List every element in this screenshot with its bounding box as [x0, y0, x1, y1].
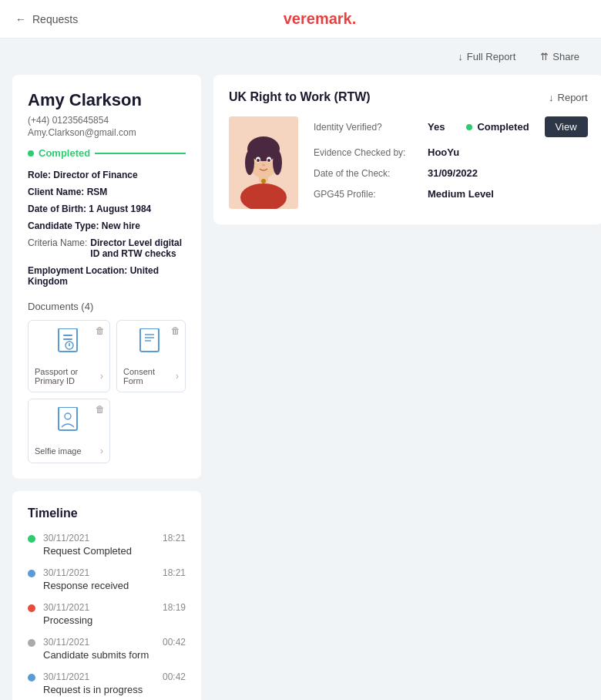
timeline-item: 30/11/2021 18:21 Response received	[28, 567, 186, 591]
view-button[interactable]: View	[545, 116, 588, 137]
timeline-dot-icon	[28, 674, 35, 681]
svg-point-5	[69, 345, 70, 346]
status-dot-icon	[466, 124, 472, 130]
candidate-avatar	[229, 116, 298, 209]
employment-row: Employment Location: United Kingdom	[28, 265, 186, 287]
status-line	[95, 153, 186, 154]
doc-label-passport: Passport or Primary ID ›	[35, 367, 103, 385]
doc-label-consent: Consent Form ›	[123, 367, 179, 385]
timeline-dot-icon	[28, 535, 35, 543]
doc-arrow-icon: ›	[176, 371, 179, 382]
doc-arrow-icon: ›	[100, 371, 103, 382]
timeline-label: Processing	[43, 614, 186, 626]
timeline-item: 30/11/2021 00:42 Request is in progress	[28, 671, 186, 695]
svg-point-23	[262, 164, 265, 167]
timeline-list: 30/11/2021 18:21 Request Completed 30/11…	[28, 533, 186, 700]
evidence-row: Evidence Checked by: HooYu	[314, 146, 588, 158]
rtw-status: Completed	[466, 121, 529, 133]
doc-file-icon	[57, 328, 82, 363]
svg-rect-6	[140, 328, 159, 352]
svg-point-17	[245, 150, 254, 175]
identity-row: Identity Verified? Yes Completed View	[314, 116, 588, 137]
rtw-content: Identity Verified? Yes Completed View Ev…	[229, 116, 588, 209]
back-nav[interactable]: ← Requests	[15, 13, 208, 25]
left-panel: Amy Clarkson (+44) 01235645854 Amy.Clark…	[12, 75, 201, 700]
timeline-label: Candidate submits form	[43, 649, 186, 661]
status-badge: Completed	[28, 147, 186, 159]
timeline-item: 30/11/2021 18:21 Request Completed	[28, 533, 186, 557]
timeline-dot-icon	[28, 639, 35, 647]
doc-file-icon	[139, 328, 163, 363]
profile-card: Amy Clarkson (+44) 01235645854 Amy.Clark…	[12, 75, 201, 479]
profile-phone: (+44) 01235645854	[28, 115, 186, 126]
doc-card-selfie[interactable]: 🗑 Selfie image ›	[28, 399, 110, 463]
timeline-item: 30/11/2021 00:42 Candidate submits form	[28, 637, 186, 661]
delete-doc-icon[interactable]: 🗑	[96, 404, 105, 415]
profile-name: Amy Clarkson	[28, 90, 186, 110]
doc-file-icon	[57, 407, 82, 442]
download-icon: ↓	[458, 51, 463, 62]
timeline-label: Response received	[43, 580, 186, 591]
timeline-label: Request is in progress	[43, 684, 186, 695]
back-icon: ←	[15, 13, 26, 25]
svg-point-24	[261, 179, 266, 183]
dob-row: Date of Birth: 1 August 1984	[28, 204, 186, 214]
rtw-details: Identity Verified? Yes Completed View Ev…	[314, 116, 588, 209]
share-button[interactable]: ⇈ Share	[534, 48, 586, 66]
doc-card-consent[interactable]: 🗑 Consent Form ›	[116, 320, 186, 392]
timeline-dot-icon	[28, 604, 35, 612]
role-row: Role: Director of Finance	[28, 170, 186, 180]
client-row: Client Name: RSM	[28, 187, 186, 197]
rtw-title: UK Right to Work (RTW)	[229, 90, 371, 104]
main-content: Amy Clarkson (+44) 01235645854 Amy.Clark…	[0, 75, 601, 700]
report-button[interactable]: ↓ Report	[549, 92, 588, 103]
doc-arrow-icon: ›	[100, 446, 103, 456]
docs-grid: 🗑 Passport or Primary ID › 🗑	[28, 320, 186, 463]
svg-rect-2	[63, 338, 72, 340]
full-report-button[interactable]: ↓ Full Report	[452, 48, 522, 66]
doc-card-passport[interactable]: 🗑 Passport or Primary ID ›	[28, 320, 110, 392]
timeline-dot-icon	[28, 570, 35, 577]
profile-email: Amy.Clarkson@gmail.com	[28, 127, 186, 138]
profile-details: Role: Director of Finance Client Name: R…	[28, 170, 186, 287]
criteria-row: Criteria Name: Director Level digital ID…	[28, 237, 186, 259]
profile-row: GPG45 Profile: Medium Level	[314, 188, 588, 200]
timeline-label: Request Completed	[43, 545, 186, 557]
doc-label-selfie: Selfie image ›	[35, 446, 103, 456]
timeline-card: Timeline 30/11/2021 18:21 Request Comple…	[12, 491, 201, 700]
delete-doc-icon[interactable]: 🗑	[96, 325, 105, 336]
right-panel: UK Right to Work (RTW) ↓ Report	[213, 75, 601, 700]
download-icon: ↓	[549, 92, 554, 103]
delete-doc-icon[interactable]: 🗑	[171, 325, 180, 336]
timeline-item: 30/11/2021 18:19 Processing	[28, 602, 186, 626]
timeline-title: Timeline	[28, 506, 186, 520]
action-bar: ↓ Full Report ⇈ Share	[0, 39, 601, 75]
logo: veremark.	[208, 10, 431, 28]
svg-point-22	[267, 159, 270, 162]
svg-point-21	[257, 159, 260, 162]
rtw-header: UK Right to Work (RTW) ↓ Report	[229, 90, 588, 104]
svg-point-11	[65, 413, 71, 419]
svg-rect-1	[63, 335, 72, 336]
share-icon: ⇈	[540, 51, 549, 62]
status-dot-icon	[28, 150, 34, 156]
candidate-type-row: Candidate Type: New hire	[28, 220, 186, 231]
docs-header: Documents (4)	[28, 301, 186, 312]
svg-point-18	[273, 150, 282, 175]
date-row: Date of the Check: 31/09/2022	[314, 167, 588, 179]
documents-section: Documents (4) 🗑 Passport or Primary ID ›	[28, 301, 186, 463]
requests-label: Requests	[32, 13, 78, 25]
rtw-card: UK Right to Work (RTW) ↓ Report	[213, 75, 601, 224]
